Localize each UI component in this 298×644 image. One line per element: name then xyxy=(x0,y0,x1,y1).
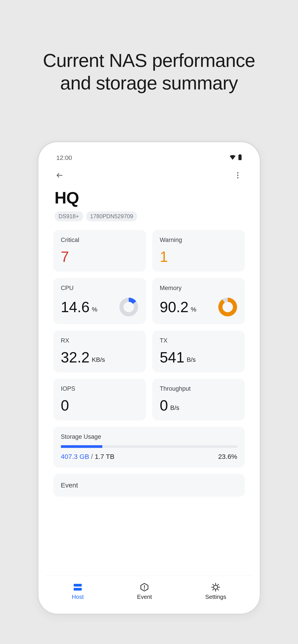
memory-label: Memory xyxy=(160,285,237,292)
nav-event-label: Event xyxy=(137,594,152,600)
cpu-label: CPU xyxy=(61,285,138,292)
svg-point-10 xyxy=(144,588,145,590)
storage-divider: / xyxy=(91,453,95,460)
page-title: HQ xyxy=(55,188,244,207)
rx-label: RX xyxy=(61,337,138,344)
memory-value: 90.2 xyxy=(160,300,188,314)
nav-event[interactable]: Event xyxy=(137,582,152,600)
svg-line-16 xyxy=(213,584,214,585)
tx-label: TX xyxy=(160,337,237,344)
nav-settings[interactable]: Settings xyxy=(205,582,226,600)
iops-value: 0 xyxy=(61,398,69,413)
throughput-card[interactable]: Throughput 0 B/s xyxy=(152,378,245,420)
more-button[interactable] xyxy=(231,169,244,182)
svg-rect-1 xyxy=(239,154,241,155)
rx-card[interactable]: RX 32.2 KB/s xyxy=(53,330,146,372)
marketing-line-1: Current NAS performance xyxy=(0,49,298,72)
app-bar xyxy=(45,167,253,184)
header-block: HQ DS918+ 1780PDN529709 xyxy=(45,184,253,224)
status-time: 12:00 xyxy=(56,154,72,162)
rx-value: 32.2 xyxy=(61,350,90,365)
battery-icon xyxy=(238,154,242,162)
device-frame: 12:00 xyxy=(37,141,261,615)
svg-line-17 xyxy=(218,589,218,590)
storage-bar-fill xyxy=(61,445,103,448)
nav-host-label: Host xyxy=(72,594,84,600)
iops-label: IOPS xyxy=(61,385,138,392)
svg-point-11 xyxy=(214,585,218,589)
cpu-donut-icon xyxy=(119,298,138,317)
storage-used: 407.3 GB xyxy=(61,453,89,460)
svg-line-19 xyxy=(213,589,214,590)
memory-unit: % xyxy=(191,306,196,314)
wifi-icon xyxy=(230,154,235,162)
iops-card[interactable]: IOPS 0 xyxy=(53,378,146,420)
arrow-left-icon xyxy=(56,172,63,179)
throughput-value: 0 xyxy=(160,398,168,413)
storage-total: 1.7 TB xyxy=(95,453,114,460)
tx-card[interactable]: TX 541 B/s xyxy=(152,330,245,372)
screen: 12:00 xyxy=(45,149,253,607)
event-icon xyxy=(139,582,149,592)
memory-donut-icon xyxy=(218,298,237,317)
settings-icon xyxy=(211,582,220,592)
throughput-unit: B/s xyxy=(170,405,179,413)
tx-unit: B/s xyxy=(187,357,196,365)
content-scroll[interactable]: Critical 7 Warning 1 CPU 14.6 % xyxy=(45,224,253,576)
bottom-nav: Host Event xyxy=(45,576,253,607)
cpu-unit: % xyxy=(92,306,97,314)
marketing-title: Current NAS performance and storage summ… xyxy=(0,0,298,94)
throughput-label: Throughput xyxy=(160,385,237,392)
storage-label: Storage Usage xyxy=(61,433,237,440)
more-vertical-icon xyxy=(237,172,238,178)
svg-rect-0 xyxy=(238,155,241,160)
critical-label: Critical xyxy=(61,236,138,244)
critical-value: 7 xyxy=(61,249,138,264)
event-section-label: Event xyxy=(61,482,237,489)
memory-card[interactable]: Memory 90.2 % xyxy=(152,278,245,324)
tx-value: 541 xyxy=(160,350,184,365)
storage-percent: 23.6% xyxy=(218,453,237,460)
svg-point-5 xyxy=(220,300,235,314)
nav-host[interactable]: Host xyxy=(72,582,84,600)
warning-card[interactable]: Warning 1 xyxy=(152,230,245,272)
status-bar: 12:00 xyxy=(45,149,253,167)
rx-unit: KB/s xyxy=(92,357,105,365)
cpu-card[interactable]: CPU 14.6 % xyxy=(53,278,146,324)
warning-value: 1 xyxy=(160,249,237,264)
back-button[interactable] xyxy=(53,169,66,182)
warning-label: Warning xyxy=(160,236,237,244)
svg-line-18 xyxy=(218,584,218,585)
host-icon xyxy=(73,582,83,592)
nav-settings-label: Settings xyxy=(205,594,226,600)
svg-rect-6 xyxy=(74,584,82,586)
event-section-card[interactable]: Event xyxy=(53,474,245,497)
svg-rect-7 xyxy=(74,588,82,590)
cpu-value: 14.6 xyxy=(61,300,90,314)
storage-card[interactable]: Storage Usage 407.3 GB / 1.7 TB 23.6% xyxy=(53,427,245,468)
device-serial-chip[interactable]: 1780PDN529709 xyxy=(86,211,137,222)
storage-bar-track xyxy=(61,445,237,448)
device-model-chip[interactable]: DS918+ xyxy=(55,211,83,222)
critical-card[interactable]: Critical 7 xyxy=(53,230,146,272)
marketing-line-2: and storage summary xyxy=(0,72,298,94)
